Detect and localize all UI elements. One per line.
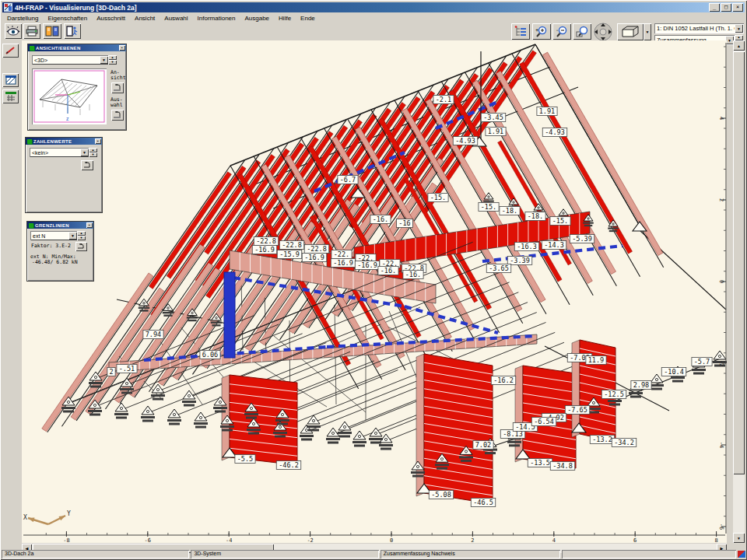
menu-item-darstellung[interactable]: Darstellung	[2, 14, 43, 23]
drawing-canvas[interactable]: -8-6-4-202468420-2-4-6XY-2.1-3.451.91-4.…	[22, 40, 727, 543]
zahlenwerte-apply-button[interactable]	[81, 160, 93, 170]
zoom-in-icon: +	[535, 26, 549, 38]
panel-zahlenwerte-titlebar[interactable]: ZAHLENWERTE ▪	[26, 138, 102, 145]
panel-close-icon[interactable]: ▪	[95, 138, 101, 144]
value-label: 1.91	[488, 128, 503, 135]
zoom-out-icon: -	[556, 26, 569, 38]
menu-item-ansicht[interactable]: Ansicht	[130, 14, 160, 23]
status-cell-3	[562, 550, 736, 558]
auswahl-apply-button[interactable]	[111, 110, 124, 121]
x-axis-label: X	[23, 514, 27, 521]
panel-close-icon[interactable]: ▪	[119, 45, 125, 51]
scroll-down-icon[interactable]: ▼	[733, 533, 745, 543]
chevron-down-icon[interactable]: ▼	[80, 149, 89, 156]
value-label: -6.7	[340, 176, 356, 184]
value-label: -34.2	[614, 439, 634, 446]
value-label: -16.9	[304, 254, 324, 261]
zahlenwerte-combo[interactable]: <kein> ▼	[30, 148, 89, 157]
value-label: 6.06	[202, 351, 218, 359]
view-spinner[interactable]: ▲▼	[108, 55, 117, 65]
value-label: 11.9	[588, 356, 604, 364]
menu-item-informationen[interactable]: Informationen	[193, 14, 240, 23]
panel-grenzlinien-title: GRENZLINIEN	[35, 223, 86, 228]
menu-item-ausgabe[interactable]: Ausgabe	[240, 14, 274, 23]
chevron-down-icon[interactable]: ▼	[100, 56, 108, 64]
left-toolbar	[2, 40, 22, 543]
grenzlinien-combo[interactable]: ext N ▼	[30, 231, 78, 240]
value-label: -22.8	[282, 241, 302, 249]
view-thumbnail[interactable]: z	[32, 68, 107, 124]
zoom-out-button[interactable]: -	[552, 23, 571, 40]
view-settings-button[interactable]	[5, 23, 22, 39]
chevron-down-icon[interactable]: ▼	[68, 232, 77, 240]
x-tick-label: 8	[714, 537, 717, 543]
panel-grenzlinien: GRENZLINIEN ▪ ext N ▼ ▲▼ Faktor: 3.E-2 e…	[27, 222, 93, 281]
menu-item-hilfe[interactable]: Hilfe	[274, 14, 296, 23]
grenzlinien-spinner[interactable]: ▲▼	[77, 231, 86, 240]
legend-list-button[interactable]	[511, 23, 530, 40]
value-label: -16.	[373, 215, 388, 223]
book-icon	[45, 26, 59, 37]
menu-bar: DarstellungEigenschaftenAusschnittAnsich…	[2, 13, 745, 23]
svg-text:-: -	[556, 27, 559, 33]
menu-item-ende[interactable]: Ende	[296, 14, 320, 23]
eye-icon	[6, 26, 20, 37]
structure-drawing: -8-6-4-202468420-2-4-6XY-2.1-3.451.91-4.…	[22, 40, 727, 543]
value-label: -3.65	[489, 264, 509, 272]
auswahl-label: Aus- wahl	[110, 97, 123, 108]
maximize-button[interactable]: □	[721, 3, 731, 12]
zoom-window-button[interactable]	[573, 23, 591, 40]
vertical-scrollbar[interactable]: ▲ ▼	[733, 40, 745, 543]
value-label: -16.3	[517, 243, 537, 250]
load-case-combo[interactable]: 1: DIN 1052 Lastfall H (Th. 1. Or ▼	[654, 23, 744, 33]
zoom-in-button[interactable]: +	[532, 23, 551, 40]
grenzlinien-apply-button[interactable]	[75, 242, 87, 251]
value-label: -5.08	[431, 491, 451, 499]
title-bar[interactable]: 4H-FRAP - Visualisierung [3D-Dach 2a] _ …	[2, 2, 745, 12]
x-tick-label: 2	[471, 537, 474, 543]
value-label: -5.5	[237, 455, 253, 463]
svg-text:+: +	[535, 27, 538, 33]
view-3d-dropdown[interactable]: ▼	[644, 23, 651, 40]
x-tick-label: -8	[63, 537, 69, 543]
view-3d-button[interactable]	[617, 23, 644, 40]
value-label: -16.	[405, 271, 421, 278]
x-tick-label: 0	[390, 537, 393, 543]
value-label: -16.	[381, 267, 396, 275]
print-button[interactable]	[23, 23, 40, 39]
menu-item-ausschnitt[interactable]: Ausschnitt	[92, 14, 130, 23]
vscroll-thumb[interactable]	[733, 51, 745, 474]
pan-control[interactable]	[593, 23, 613, 42]
status-icon	[738, 551, 745, 558]
exit-button[interactable]	[64, 23, 81, 39]
list-tree-icon	[514, 26, 528, 37]
blue-column-diagram	[224, 272, 235, 358]
manual-button[interactable]	[43, 23, 61, 39]
ansicht-apply-button[interactable]	[111, 82, 124, 93]
value-label: -16	[398, 219, 410, 227]
redline-tool-button[interactable]	[2, 44, 19, 58]
panel-grenzlinien-titlebar[interactable]: GRENZLINIEN ▪	[27, 222, 93, 229]
value-label: -13.2	[592, 436, 612, 443]
minimize-button[interactable]: _	[709, 3, 720, 12]
menu-item-eigenschaften[interactable]: Eigenschaften	[43, 14, 92, 23]
menu-item-auswahl[interactable]: Auswahl	[160, 14, 192, 23]
scroll-up-icon[interactable]: ▲	[733, 40, 745, 51]
view-select-combo[interactable]: <3D> ▼	[32, 55, 109, 65]
grid-tool-button[interactable]	[2, 89, 19, 103]
close-button[interactable]: ×	[732, 3, 743, 12]
panel-close-icon[interactable]: ▪	[86, 222, 93, 228]
status-cell-1: 3D-System	[191, 550, 378, 558]
panel-ansicht-titlebar[interactable]: ANSICHT/EBENEN ▪	[28, 44, 126, 51]
value-label: -4.93	[545, 128, 565, 136]
value-label: -7.65	[567, 406, 587, 414]
panel-zahlenwerte-title: ZAHLENWERTE	[33, 139, 95, 144]
panel-ansicht-ebenen: ANSICHT/EBENEN ▪ <3D> ▼ ▲▼ z An-	[28, 44, 126, 130]
panel-ansicht-title: ANSICHT/EBENEN	[36, 46, 119, 51]
panel-icon	[27, 139, 32, 144]
zahlenwerte-spinner[interactable]: ▲▼	[89, 148, 97, 157]
chevron-down-icon[interactable]: ▼	[735, 24, 743, 33]
panel-icon	[29, 223, 33, 228]
status-bar: 3D-Dach 2a3D-SystemZusammenfassung Nachw…	[2, 550, 745, 558]
hatch-tool-button[interactable]	[2, 73, 19, 87]
